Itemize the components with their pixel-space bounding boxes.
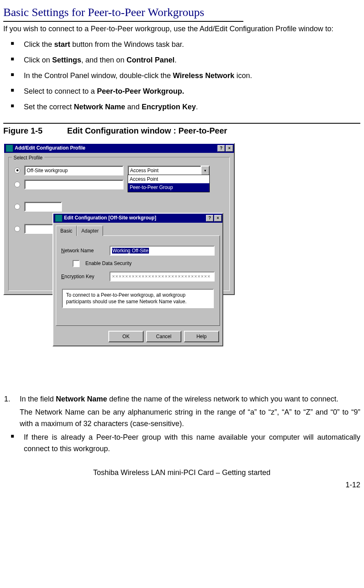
dropdown-option[interactable]: Access Point — [128, 175, 209, 184]
window-title: Add/Edit Configuration Profile — [15, 144, 85, 152]
encryption-key-input[interactable]: ×××××××××××××××××××××××××××××× — [110, 272, 215, 281]
trailing-bullets: If there is already a Peer-to-Peer group… — [3, 432, 360, 455]
help-icon[interactable]: ? — [206, 215, 213, 221]
profile-radio-3[interactable] — [14, 204, 20, 210]
window-title: Edit Configuration [Off-Site workgroup] — [64, 214, 156, 222]
profile-type-dropdown[interactable]: Access Point Access Point Peer-to-Peer G… — [128, 166, 210, 175]
figure-rule — [3, 123, 360, 124]
figure-label: Figure 1-5 — [3, 125, 65, 137]
list-item: Set the correct Network Name and Encrypt… — [15, 101, 360, 113]
dropdown-option-selected[interactable]: Peer-to-Peer Group — [128, 183, 209, 192]
list-item: If there is already a Peer-to-Peer group… — [15, 432, 360, 455]
dropdown-list[interactable]: Access Point Peer-to-Peer Group — [128, 175, 210, 192]
encryption-key-label: Encryption Key — [61, 273, 106, 281]
info-message: To connect to a Peer-to-Peer workgroup, … — [62, 289, 214, 308]
numbered-steps: In the field Network Name define the nam… — [3, 394, 360, 430]
figure-screenshot: Add/Edit Configuration Profile ? × Selec… — [3, 143, 237, 390]
enable-security-checkbox[interactable] — [73, 260, 80, 267]
list-item: In the Control Panel window, double-clic… — [15, 70, 360, 82]
profile-radio-1[interactable] — [14, 168, 20, 173]
tab-adapter[interactable]: Adapter — [77, 226, 103, 236]
tab-strip: Basic Adapter — [56, 225, 220, 236]
profile-name-field[interactable] — [24, 202, 62, 212]
figure-caption: Figure 1-5 Edit Configuration window : P… — [3, 125, 360, 137]
network-name-input[interactable]: Working Off-Site — [110, 246, 215, 256]
window-edit-configuration: Edit Configuration [Off-Site workgroup] … — [53, 213, 223, 346]
app-icon — [6, 145, 13, 152]
intro-text: If you wish to connect to a Peer-to-Peer… — [3, 23, 360, 35]
dropdown-value: Access Point — [128, 166, 202, 175]
tab-panel-basic: Network Name Working Off-Site Enable Dat… — [56, 235, 220, 326]
group-legend: Select Profile — [12, 154, 44, 162]
button-row: OK Cancel Help — [53, 328, 222, 346]
list-item: Click the start button from the Windows … — [15, 39, 360, 51]
profile-radio-2[interactable] — [14, 182, 20, 187]
list-item: Select to connect to a Peer-to-Peer Work… — [15, 86, 360, 97]
section-title: Basic Settings for Peer-to-Peer Workgrou… — [3, 3, 243, 22]
help-icon[interactable]: ? — [217, 145, 225, 152]
help-button[interactable]: Help — [184, 331, 219, 342]
figure-title: Edit Configuration window : Peer-to-Peer — [67, 126, 227, 135]
step-1-detail: The Network Name can be any alphanumeric… — [20, 407, 360, 430]
cancel-button[interactable]: Cancel — [146, 331, 181, 342]
list-item: Click on Settings, and then on Control P… — [15, 55, 360, 66]
tab-basic[interactable]: Basic — [56, 226, 77, 236]
app-icon — [55, 214, 62, 222]
network-name-label: Network Name — [61, 247, 106, 255]
profile-name-field[interactable]: Off-Site workgroup — [24, 166, 124, 175]
enable-security-label: Enable Data Security — [85, 260, 132, 267]
page-footer: Toshiba Wireless LAN mini-PCI Card – Get… — [3, 467, 360, 479]
step-1: In the field Network Name define the nam… — [12, 394, 360, 430]
close-icon[interactable]: × — [226, 145, 233, 152]
close-icon[interactable]: × — [214, 215, 222, 221]
titlebar[interactable]: Edit Configuration [Off-Site workgroup] … — [53, 214, 222, 223]
page-number: 1-12 — [3, 480, 360, 491]
titlebar[interactable]: Add/Edit Configuration Profile ? × — [4, 144, 234, 153]
profile-name-field[interactable] — [24, 180, 124, 189]
profile-radio-4[interactable] — [14, 226, 20, 232]
instruction-list: Click the start button from the Windows … — [3, 39, 360, 113]
ok-button[interactable]: OK — [108, 331, 144, 342]
